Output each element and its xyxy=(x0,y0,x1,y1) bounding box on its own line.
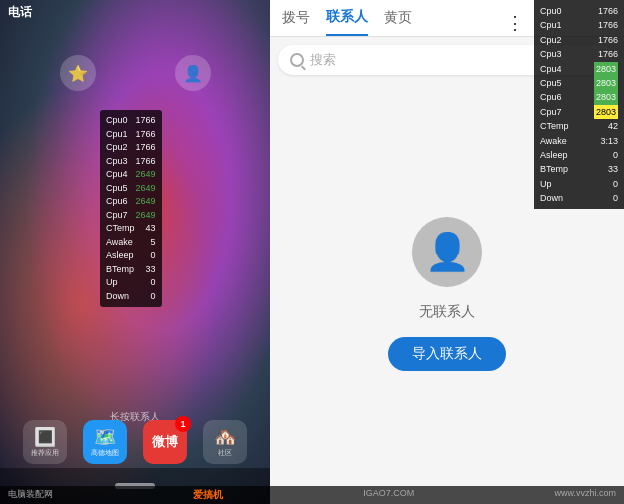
rcpu5-row: Cpu5 2803 xyxy=(540,76,618,90)
left-top-icons: ⭐ 👤 xyxy=(0,55,270,91)
rdown-label: Down xyxy=(540,191,563,205)
site-logo-text: 爱搞机 xyxy=(193,488,223,502)
rcpu4-row: Cpu4 2803 xyxy=(540,62,618,76)
cpu4-value: 2649 xyxy=(136,168,156,182)
cpu-row: Cpu4 2649 xyxy=(106,168,156,182)
watermark-left-text: 电脑装配网 xyxy=(8,488,53,502)
person-icon: 👤 xyxy=(175,55,211,91)
cpu-row: Cpu3 1766 xyxy=(106,155,156,169)
rcpu1-value: 1766 xyxy=(598,18,618,32)
cpu3-value: 1766 xyxy=(136,155,156,169)
cpu-row: Cpu0 1766 xyxy=(106,114,156,128)
rctemp-row: CTemp 42 xyxy=(540,119,618,133)
cpu-overlay-left: Cpu0 1766 Cpu1 1766 Cpu2 1766 Cpu3 1766 … xyxy=(100,110,162,307)
left-status-bar: 电话 xyxy=(0,0,270,24)
rcpu2-value: 1766 xyxy=(598,33,618,47)
cpu1-label: Cpu1 xyxy=(106,128,128,142)
rcpu0-row: Cpu0 1766 xyxy=(540,4,618,18)
btemp-value: 33 xyxy=(146,263,156,277)
rawake-row: Awake 3:13 xyxy=(540,134,618,148)
dock-item-tuijian[interactable]: 🔳 推荐应用 xyxy=(23,420,67,464)
import-contacts-button[interactable]: 导入联系人 xyxy=(388,337,506,371)
rawake-value: 3:13 xyxy=(600,134,618,148)
ctemp-value: 43 xyxy=(146,222,156,236)
up-row: Up 0 xyxy=(106,276,156,290)
cpu5-label: Cpu5 xyxy=(106,182,128,196)
cpu5-value: 2649 xyxy=(136,182,156,196)
weibo-badge: 1 xyxy=(175,416,191,432)
cpu7-value: 2649 xyxy=(136,209,156,223)
cpu0-label: Cpu0 xyxy=(106,114,128,128)
rawake-label: Awake xyxy=(540,134,567,148)
rcpu7-row: Cpu7 2803 xyxy=(540,105,618,119)
cpu3-label: Cpu3 xyxy=(106,155,128,169)
rcpu6-value: 2803 xyxy=(594,90,618,104)
right-panel: Cpu0 1766 Cpu1 1766 Cpu2 1766 Cpu3 1766 … xyxy=(270,0,624,504)
left-screen: 电话 ⭐ 👤 Cpu0 1766 Cpu1 1766 Cpu2 1766 xyxy=(0,0,270,504)
cpu6-value: 2649 xyxy=(136,195,156,209)
tab-yellowpages[interactable]: 黄页 xyxy=(384,9,412,35)
favorite-icon-item[interactable]: ⭐ xyxy=(60,55,96,91)
rcpu1-label: Cpu1 xyxy=(540,18,562,32)
rasleep-label: Asleep xyxy=(540,148,568,162)
dock-item-gaode[interactable]: 🗺️ 高德地图 xyxy=(83,420,127,464)
rcpu4-label: Cpu4 xyxy=(540,62,562,76)
rup-label: Up xyxy=(540,177,552,191)
rup-row: Up 0 xyxy=(540,177,618,191)
search-placeholder: 搜索 xyxy=(310,51,336,69)
cpu-row: Cpu5 2649 xyxy=(106,182,156,196)
rup-value: 0 xyxy=(613,177,618,191)
cpu6-label: Cpu6 xyxy=(106,195,128,209)
watermark-url: IGAO7.COM xyxy=(363,488,414,502)
empty-avatar: 👤 xyxy=(412,217,482,287)
rcpu3-label: Cpu3 xyxy=(540,47,562,61)
down-row: Down 0 xyxy=(106,290,156,304)
rasleep-row: Asleep 0 xyxy=(540,148,618,162)
up-value: 0 xyxy=(151,276,156,290)
tab-contacts[interactable]: 联系人 xyxy=(326,8,368,36)
main-container: 电话 ⭐ 👤 Cpu0 1766 Cpu1 1766 Cpu2 1766 xyxy=(0,0,624,504)
tab-dial[interactable]: 拨号 xyxy=(282,9,310,35)
asleep-value: 0 xyxy=(151,249,156,263)
rcpu0-value: 1766 xyxy=(598,4,618,18)
cpu-overlay-right: Cpu0 1766 Cpu1 1766 Cpu2 1766 Cpu3 1766 … xyxy=(534,0,624,209)
left-dock: 🔳 推荐应用 🗺️ 高德地图 微博 1 🏘️ 社区 xyxy=(0,420,270,464)
cpu-row: Cpu1 1766 xyxy=(106,128,156,142)
rcpu1-row: Cpu1 1766 xyxy=(540,18,618,32)
awake-value: 5 xyxy=(151,236,156,250)
rcpu0-label: Cpu0 xyxy=(540,4,562,18)
rcpu3-value: 1766 xyxy=(598,47,618,61)
btemp-label: BTemp xyxy=(106,263,134,277)
cpu4-label: Cpu4 xyxy=(106,168,128,182)
dock-item-local[interactable]: 🏘️ 社区 xyxy=(203,420,247,464)
awake-label: Awake xyxy=(106,236,133,250)
rcpu3-row: Cpu3 1766 xyxy=(540,47,618,61)
watermark-right-text: www.vvzhi.com xyxy=(554,488,616,502)
cpu0-value: 1766 xyxy=(136,114,156,128)
asleep-label: Asleep xyxy=(106,249,134,263)
more-options-button[interactable]: ⋮ xyxy=(506,12,524,34)
rbtemp-label: BTemp xyxy=(540,162,568,176)
up-label: Up xyxy=(106,276,118,290)
ctemp-row: CTemp 43 xyxy=(106,222,156,236)
rbtemp-row: BTemp 33 xyxy=(540,162,618,176)
rcpu7-label: Cpu7 xyxy=(540,105,562,119)
rcpu2-row: Cpu2 1766 xyxy=(540,33,618,47)
star-icon: ⭐ xyxy=(60,55,96,91)
cpu2-value: 1766 xyxy=(136,141,156,155)
asleep-row: Asleep 0 xyxy=(106,249,156,263)
rcpu6-row: Cpu6 2803 xyxy=(540,90,618,104)
search-icon xyxy=(290,53,304,67)
left-title-text: 电话 xyxy=(8,4,32,21)
ctemp-label: CTemp xyxy=(106,222,135,236)
rcpu6-label: Cpu6 xyxy=(540,90,562,104)
rdown-value: 0 xyxy=(613,191,618,205)
rdown-row: Down 0 xyxy=(540,191,618,205)
rbtemp-value: 33 xyxy=(608,162,618,176)
person-icon-item[interactable]: 👤 xyxy=(175,55,211,91)
no-contact-label: 无联系人 xyxy=(419,303,475,321)
down-label: Down xyxy=(106,290,129,304)
rcpu4-value: 2803 xyxy=(594,62,618,76)
dock-item-weibo[interactable]: 微博 1 xyxy=(143,420,187,464)
cpu-row: Cpu2 1766 xyxy=(106,141,156,155)
